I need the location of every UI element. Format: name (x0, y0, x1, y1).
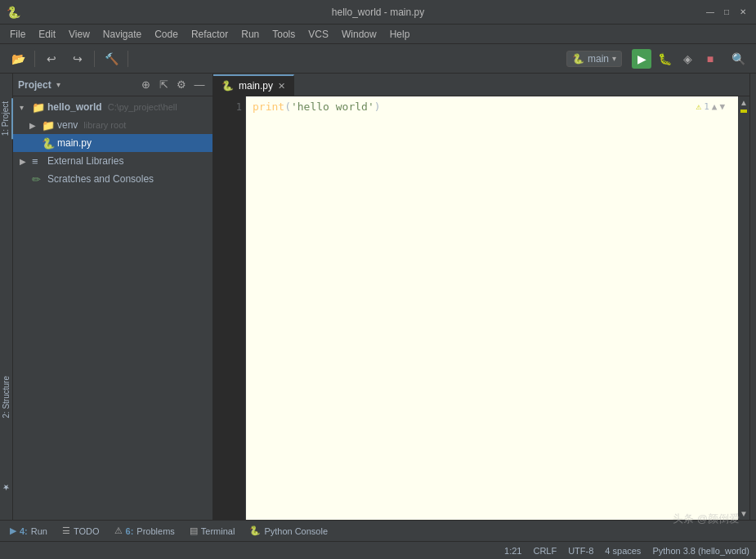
toolbar: 📂 ↩ ↪ 🔨 🐍 main ▾ ▶ 🐛 ◈ ■ 🔍 (0, 44, 756, 74)
stop-button[interactable]: ■ (700, 49, 720, 69)
menu-item-file[interactable]: File (3, 27, 32, 42)
scroll-down-arrow[interactable]: ▼ (738, 508, 749, 520)
bottom-tab-bar: ▶ 4: Run ☰ TODO ⚠ 6: Problems ▤ Terminal… (0, 520, 756, 541)
open-file-button[interactable]: 📂 (7, 47, 29, 70)
line-numbers: 1 (213, 96, 246, 520)
venv-label: library root (83, 120, 126, 130)
line-number-1: 1 (217, 100, 242, 114)
bottom-tab-todo[interactable]: ☰ TODO (56, 522, 106, 540)
encoding[interactable]: UTF-8 (568, 546, 593, 556)
editor-tab-bar: 🐍 main.py ✕ (213, 74, 749, 96)
tree-external-libraries[interactable]: ▶ ≡ External Libraries (13, 152, 212, 170)
toolbar-sep-2 (94, 51, 95, 67)
tree-scratches[interactable]: ✏ Scratches and Consoles (13, 170, 212, 188)
scratches-icon: ✏ (32, 173, 45, 186)
minimize-button[interactable]: — (704, 6, 717, 19)
close-button[interactable]: ✕ (736, 6, 749, 19)
root-name: hello_world (47, 101, 102, 113)
run-tab-num: 4: (20, 526, 28, 536)
menu-item-view[interactable]: View (62, 27, 96, 42)
problems-tab-icon: ⚠ (114, 525, 123, 536)
right-side-panel (749, 74, 756, 520)
left-side-panel: 1: Project 2: Structure ★ (0, 74, 13, 520)
window-controls: — □ ✕ (704, 6, 749, 19)
structure-side-tab[interactable]: 2: Structure (0, 373, 12, 422)
tab-file-icon: 🐍 (221, 80, 234, 92)
scroll-up-arrow[interactable]: ▲ (738, 96, 749, 109)
warning-nav-down[interactable]: ▼ (719, 100, 725, 114)
run-button[interactable]: ▶ (632, 49, 651, 69)
project-toolbar-icons: ⊕ ⇱ ⚙ — (137, 77, 208, 93)
run-tab-icon: ▶ (10, 525, 16, 536)
collapse-all-icon[interactable]: ⇱ (155, 77, 172, 93)
warning-nav-up[interactable]: ▲ (712, 100, 718, 114)
problems-tab-num: 6: (126, 526, 134, 536)
menu-item-edit[interactable]: Edit (32, 27, 62, 42)
python-interpreter[interactable]: Python 3.8 (hello_world) (652, 546, 749, 556)
toolbar-sep-1 (34, 51, 35, 67)
todo-tab-icon: ☰ (62, 525, 70, 536)
locate-file-icon[interactable]: ⊕ (137, 77, 154, 93)
tree-main-py[interactable]: 🐍 main.py (13, 134, 212, 152)
tab-close-button[interactable]: ✕ (278, 81, 285, 92)
project-side-tab[interactable]: 1: Project (0, 98, 13, 139)
tree-venv[interactable]: ▶ 📁 venv library root (13, 116, 212, 134)
root-folder-icon: 📁 (32, 101, 45, 114)
ext-lib-icon: ≡ (32, 155, 45, 168)
undo-button[interactable]: ↩ (40, 47, 63, 70)
editor-tab-main-py[interactable]: 🐍 main.py ✕ (213, 74, 294, 96)
build-button[interactable]: 🔨 (100, 47, 123, 70)
bottom-tab-run[interactable]: ▶ 4: Run (3, 522, 54, 540)
scroll-gutter: ▲ ▼ (738, 96, 749, 520)
project-title: Project (18, 79, 51, 91)
menu-item-run[interactable]: Run (235, 27, 266, 42)
bottom-tab-terminal[interactable]: ▤ Terminal (183, 522, 242, 540)
bottom-tab-python-console[interactable]: 🐍 Python Console (243, 522, 334, 540)
main-py-name: main.py (57, 137, 92, 149)
ext-lib-arrow: ▶ (20, 157, 29, 166)
menu-item-code[interactable]: Code (148, 27, 185, 42)
app-icon: 🐍 (7, 6, 20, 19)
redo-button[interactable]: ↪ (66, 47, 89, 70)
line-ending[interactable]: CRLF (533, 546, 557, 556)
search-everywhere-button[interactable]: 🔍 (727, 47, 749, 70)
code-editor[interactable]: print('hello world') ⚠ 1 ▲ ▼ (246, 96, 738, 520)
root-expand-arrow: ▾ (20, 103, 29, 112)
run-config-label: main (588, 53, 609, 65)
menu-item-help[interactable]: Help (383, 27, 417, 42)
project-dropdown-arrow[interactable]: ▾ (56, 80, 60, 89)
menu-item-tools[interactable]: Tools (266, 27, 302, 42)
run-config-selector[interactable]: 🐍 main ▾ (566, 51, 622, 67)
run-config-arrow: ▾ (612, 54, 616, 63)
warning-icon: ⚠ (696, 100, 702, 114)
tree-root-hello-world[interactable]: ▾ 📁 hello_world C:\py_project\hell (13, 98, 212, 116)
cursor-position[interactable]: 1:21 (504, 546, 521, 556)
menu-item-navigate[interactable]: Navigate (96, 27, 148, 42)
editor-content[interactable]: 1 print('hello world') ⚠ 1 ▲ ▼ ▲ ▼ (213, 96, 749, 520)
indent-setting[interactable]: 4 spaces (605, 546, 641, 556)
status-right-items: 1:21 CRLF UTF-8 4 spaces Python 3.8 (hel… (504, 546, 749, 556)
root-path: C:\py_project\hell (108, 102, 177, 112)
menu-item-vcs[interactable]: VCS (302, 27, 335, 42)
menu-bar: FileEditViewNavigateCodeRefactorRunTools… (0, 25, 756, 44)
debug-button[interactable]: 🐛 (655, 49, 674, 69)
title-bar: 🐍 hello_world - main.py — □ ✕ (0, 0, 756, 25)
title-text: hello_world - main.py (0, 7, 756, 18)
main-area: 1: Project 2: Structure ★ Project ▾ ⊕ ⇱ … (0, 74, 756, 520)
run-config-icon: 🐍 (572, 53, 584, 65)
problems-tab-label: Problems (136, 526, 174, 536)
code-line-1: print('hello world') (253, 100, 731, 114)
run-tab-label: Run (31, 526, 47, 536)
python-console-tab-icon: 🐍 (249, 525, 261, 536)
project-hide-icon[interactable]: — (191, 77, 208, 93)
bottom-tab-problems[interactable]: ⚠ 6: Problems (108, 522, 181, 540)
menu-item-window[interactable]: Window (335, 27, 383, 42)
warning-indicator: ⚠ 1 ▲ ▼ (696, 100, 726, 114)
menu-item-refactor[interactable]: Refactor (185, 27, 235, 42)
maximize-button[interactable]: □ (720, 6, 733, 19)
status-bar: 1:21 CRLF UTF-8 4 spaces Python 3.8 (hel… (0, 541, 756, 559)
coverage-button[interactable]: ◈ (678, 49, 697, 69)
favorites-side-tab[interactable]: ★ (0, 480, 12, 495)
project-settings-icon[interactable]: ⚙ (173, 77, 190, 93)
warning-marker (740, 110, 747, 113)
